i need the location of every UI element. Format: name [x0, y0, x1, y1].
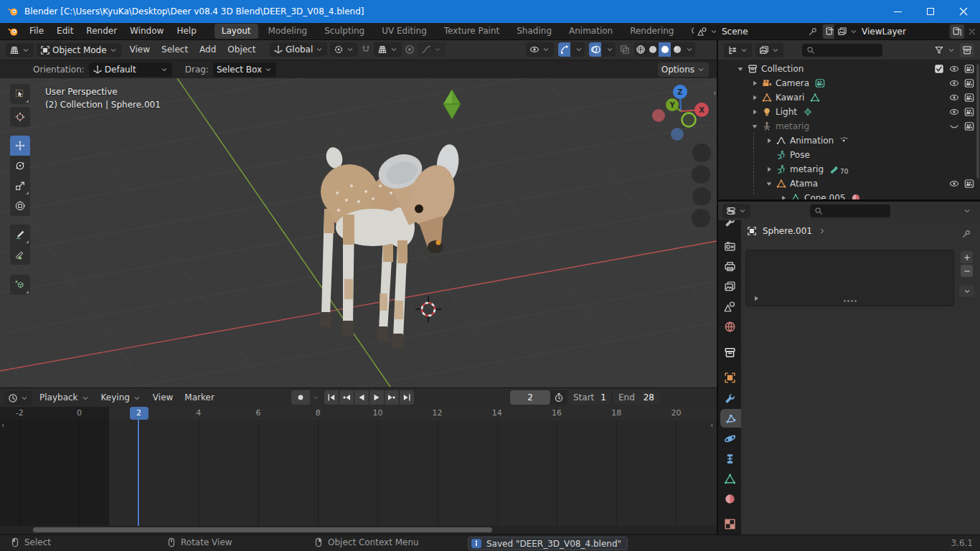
timeline-menu-keying[interactable]: Keying	[95, 390, 147, 405]
outliner-item-metarig-7[interactable]: metarig70	[718, 162, 980, 176]
disable-render-icon[interactable]	[964, 179, 974, 189]
timeline-ruler[interactable]: -20468101214161820	[0, 407, 717, 420]
menu-help[interactable]: Help	[170, 23, 202, 39]
workspace-tab-uv-editing[interactable]: UV Editing	[374, 24, 434, 39]
properties-editor-type-button[interactable]	[722, 204, 750, 218]
tool-cursor-button[interactable]	[10, 107, 30, 127]
properties-tab-physics[interactable]	[718, 429, 741, 448]
workspace-tab-texture-paint[interactable]: Texture Paint	[437, 24, 507, 39]
tool-select-box-button[interactable]	[10, 84, 30, 104]
perspective-toggle-button[interactable]	[692, 209, 717, 387]
particle-systems-list[interactable]	[745, 250, 954, 306]
properties-tab-object[interactable]	[718, 368, 741, 387]
gizmos-toggle[interactable]	[558, 42, 585, 57]
disable-render-icon[interactable]	[964, 107, 974, 117]
timeline-editor-type-button[interactable]	[4, 391, 32, 405]
workspace-tab-modeling[interactable]: Modeling	[261, 24, 315, 39]
viewport-menu-view[interactable]: View	[124, 42, 156, 57]
exclude-checkbox[interactable]	[934, 64, 944, 74]
particle-specials-dropdown[interactable]	[959, 285, 974, 297]
add-particle-system-button[interactable]	[961, 251, 973, 263]
new-viewlayer-button[interactable]	[950, 24, 964, 39]
tool-rotate-button[interactable]	[10, 156, 30, 176]
outliner-item-light[interactable]: Light	[718, 105, 980, 119]
expand-icon[interactable]	[764, 179, 774, 188]
auto-key-button[interactable]	[291, 390, 310, 405]
properties-search-input[interactable]	[810, 204, 890, 217]
pin-id-icon[interactable]	[961, 229, 971, 239]
eye-closed-icon[interactable]	[949, 121, 959, 131]
new-collection-button[interactable]	[960, 43, 974, 57]
menu-render[interactable]: Render	[80, 23, 123, 39]
properties-tab-modifiers[interactable]	[718, 389, 741, 408]
workspace-tab-animation[interactable]: Animation	[562, 24, 620, 39]
filter-funnel-icon[interactable]	[934, 45, 944, 55]
viewport-canvas[interactable]: Z Y X ‹ User Perspective (2) Collection …	[0, 78, 717, 387]
gizmo-axis-neg-y[interactable]	[682, 113, 696, 127]
menu-file[interactable]: File	[23, 23, 50, 39]
tool-measure-button[interactable]	[10, 245, 30, 265]
outliner-item-atama-8[interactable]: Atama	[718, 176, 980, 191]
properties-tab-world[interactable]	[718, 317, 741, 336]
status-report-badge[interactable]: Saved "DEER_3D_V08_4.blend"	[468, 537, 628, 550]
disable-render-icon[interactable]	[964, 64, 974, 74]
gizmo-axis-neg-z[interactable]	[671, 128, 684, 141]
expand-icon[interactable]	[764, 165, 774, 174]
mode-selector[interactable]: Object Mode	[37, 43, 121, 57]
options-dropdown[interactable]: Options	[658, 62, 709, 77]
pivot-point-dropdown[interactable]	[330, 42, 358, 57]
chevron-down-icon[interactable]	[963, 207, 971, 215]
shading-solid-button[interactable]	[646, 42, 659, 57]
proportional-edit-icon[interactable]	[405, 44, 415, 55]
snap-magnet-icon[interactable]	[361, 44, 371, 55]
disable-render-icon[interactable]	[964, 78, 974, 88]
shading-wireframe-button[interactable]	[634, 42, 646, 57]
properties-tab-scene[interactable]	[718, 297, 741, 316]
properties-tab-render[interactable]	[718, 237, 741, 255]
maximize-button[interactable]	[914, 0, 947, 23]
properties-tab-particles[interactable]	[720, 409, 741, 428]
outliner-scrollbar[interactable]	[976, 64, 979, 179]
play-button[interactable]	[369, 390, 384, 405]
snap-settings-dropdown[interactable]	[374, 42, 402, 57]
jump-to-start-button[interactable]	[324, 390, 339, 405]
properties-tab-tool[interactable]	[718, 220, 741, 231]
workspace-tab-sculpting[interactable]: Sculpting	[317, 24, 372, 39]
overlays-toggle[interactable]	[589, 42, 616, 57]
start-frame-field[interactable]: Start1	[567, 390, 612, 405]
current-frame-field[interactable]: 2	[510, 390, 550, 405]
viewport-menu-add[interactable]: Add	[194, 42, 222, 57]
jump-to-end-button[interactable]	[400, 390, 414, 405]
properties-tab-texture[interactable]	[718, 514, 741, 533]
viewlayer-field[interactable]: ViewLayer	[834, 24, 948, 39]
list-resize-grip[interactable]	[844, 300, 857, 302]
shading-material-button[interactable]	[659, 42, 671, 57]
shading-dropdown[interactable]	[683, 42, 695, 57]
outliner-scope-dropdown[interactable]	[755, 43, 783, 57]
tool-transform-button[interactable]	[10, 196, 30, 216]
menu-edit[interactable]: Edit	[50, 23, 80, 39]
scene-field[interactable]: Scene	[694, 24, 821, 39]
eye-icon[interactable]	[949, 107, 959, 117]
expand-icon[interactable]	[764, 136, 774, 145]
properties-tab-material[interactable]	[718, 489, 741, 508]
timeline-menu-playback[interactable]: Playback	[34, 390, 95, 405]
timeline-menu-view[interactable]: View	[147, 390, 179, 405]
viewport-menu-object[interactable]: Object	[222, 42, 261, 57]
properties-tab-data[interactable]	[718, 469, 741, 488]
timeline-scrollbar[interactable]	[0, 526, 717, 534]
outliner-display-mode-button[interactable]	[724, 43, 752, 57]
prev-keyframe-button[interactable]	[339, 390, 354, 405]
use-preview-range-button[interactable]	[550, 392, 567, 402]
workspace-tab-rendering[interactable]: Rendering	[623, 24, 681, 39]
xray-toggle-icon[interactable]	[620, 44, 630, 55]
eye-icon[interactable]	[949, 93, 959, 103]
editor-type-button[interactable]	[6, 43, 34, 57]
tool-move-button[interactable]	[10, 136, 30, 156]
expand-icon[interactable]	[750, 79, 760, 88]
falloff-dropdown[interactable]	[418, 42, 446, 57]
auto-key-dropdown[interactable]	[310, 390, 321, 405]
outliner-item-kawari[interactable]: Kawari	[718, 90, 980, 105]
outliner-item-camera[interactable]: Camera	[718, 76, 980, 90]
properties-tab-view-layer[interactable]	[718, 277, 741, 296]
